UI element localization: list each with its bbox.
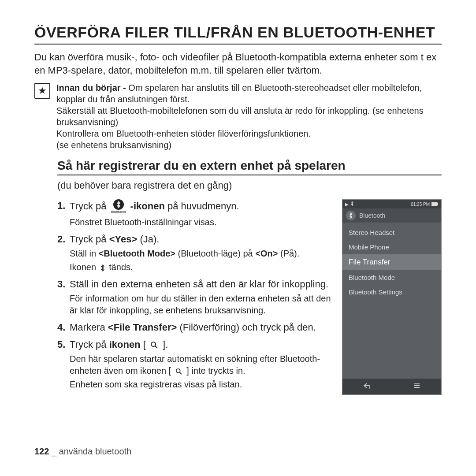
step-1: 1. Tryck på Bluetooth -ikonen på huvudme… bbox=[57, 199, 334, 228]
magnifier-icon-small bbox=[175, 368, 182, 375]
note-line3: Kontrollera om Bluetooth-enheten stöder … bbox=[56, 129, 311, 138]
step1-bold: -ikonen bbox=[130, 201, 165, 212]
svg-point-2 bbox=[176, 368, 180, 372]
step1-post: på huvudmenyn. bbox=[165, 201, 239, 212]
step4-post: (Filöverföring) och tryck på den. bbox=[177, 322, 316, 333]
step2-sub2-post: tänds. bbox=[109, 262, 133, 272]
star-icon: ★ bbox=[34, 83, 50, 99]
device-menu-item[interactable]: Bluetooth Settings bbox=[342, 285, 441, 299]
svg-line-3 bbox=[180, 372, 182, 374]
page-footer: 122 _ använda bluetooth bbox=[34, 446, 131, 457]
bluetooth-icon-label: Bluetooth bbox=[111, 210, 126, 215]
step-4: 4. Markera <File Transfer> (Filöverförin… bbox=[57, 321, 334, 334]
svg-rect-4 bbox=[431, 202, 437, 206]
magnifier-icon bbox=[150, 341, 158, 349]
step-5: 5. Tryck på ikonen [ ]. Den här spelaren… bbox=[57, 338, 334, 390]
footer-section: använda bluetooth bbox=[59, 446, 132, 456]
steps-list: 1. Tryck på Bluetooth -ikonen på huvudme… bbox=[57, 199, 334, 395]
note-lead-bold: Innan du börjar - bbox=[56, 83, 126, 93]
list-icon[interactable] bbox=[413, 382, 420, 391]
intro-text: Du kan överföra musik-, foto- och videof… bbox=[34, 51, 442, 77]
step2-bold: <Yes> bbox=[109, 234, 138, 245]
step2-sub-post: (På). bbox=[278, 249, 299, 258]
play-icon: ▶ bbox=[345, 202, 349, 207]
step4-bold: <File Transfer> bbox=[108, 322, 177, 333]
device-crumb-label: Bluetooth bbox=[359, 212, 385, 219]
step2-sub: Ställ in <Bluetooth Mode> (Bluetooth-läg… bbox=[70, 248, 334, 260]
device-statusbar: ▶ 01:25 PM bbox=[342, 200, 441, 208]
step1-sub: Fönstret Bluetooth-inställningar visas. bbox=[70, 216, 334, 228]
device-menu-item[interactable]: Stereo Headset bbox=[342, 225, 441, 240]
step3-sub: För information om hur du ställer in den… bbox=[70, 293, 334, 316]
step5-pre: Tryck på bbox=[70, 339, 109, 350]
svg-line-1 bbox=[155, 346, 157, 348]
device-bottombar bbox=[342, 379, 441, 394]
page-number: 122 bbox=[34, 446, 49, 456]
svg-rect-5 bbox=[437, 203, 438, 205]
step5-sub: Den här spelaren startar automatiskt en … bbox=[70, 353, 334, 377]
step5-bracket-close: ]. bbox=[160, 339, 168, 350]
note-text: Innan du börjar - Om spelaren har anslut… bbox=[56, 82, 442, 151]
back-icon[interactable] bbox=[363, 382, 372, 391]
note-block: ★ Innan du börjar - Om spelaren har ansl… bbox=[34, 82, 442, 151]
device-time: 01:25 PM bbox=[411, 202, 430, 207]
step1-pre: Tryck på bbox=[70, 201, 109, 212]
bluetooth-small-icon bbox=[99, 264, 107, 272]
step5-bracket-open: [ bbox=[141, 339, 149, 350]
step5-sub-post: ] inte tryckts in. bbox=[184, 366, 245, 376]
note-line4: (se enhetens bruksanvisning) bbox=[56, 140, 171, 150]
bluetooth-crumb-icon bbox=[346, 211, 356, 220]
step5-bold: ikonen bbox=[109, 339, 141, 350]
step-3: 3. Ställ in den externa enheten så att d… bbox=[57, 278, 334, 316]
step2-sub2: Ikonen tänds. bbox=[70, 261, 334, 273]
step5-sub2: Enheten som ska registreras visas på lis… bbox=[70, 379, 334, 390]
subintro: (du behöver bara registrera det en gång) bbox=[57, 180, 442, 191]
step2-sub-bold2: <On> bbox=[255, 249, 278, 258]
step4-pre: Markera bbox=[70, 322, 108, 333]
bluetooth-status-icon bbox=[350, 201, 354, 207]
device-crumb: Bluetooth bbox=[342, 208, 441, 223]
step2-post: (Ja). bbox=[137, 234, 159, 245]
battery-icon bbox=[431, 202, 439, 207]
device-menu-item[interactable]: Mobile Phone bbox=[342, 240, 441, 254]
note-line2: Säkerställ att Bluetooth-mobiltelefonen … bbox=[56, 106, 424, 127]
subtitle: Så här registrerar du en extern enhet på… bbox=[57, 159, 442, 175]
step3-text: Ställ in den externa enheten så att den … bbox=[70, 279, 328, 290]
step2-sub-pre: Ställ in bbox=[70, 249, 99, 258]
device-menu-item[interactable]: Bluetooth Mode bbox=[342, 270, 441, 285]
device-screenshot: ▶ 01:25 PM Bluetooth Stereo Headset Mobi… bbox=[342, 199, 442, 395]
device-menu: Stereo Headset Mobile Phone File Transfe… bbox=[342, 223, 441, 379]
step2-sub-bold: <Bluetooth Mode> bbox=[99, 249, 175, 258]
footer-sep: _ bbox=[49, 446, 59, 456]
page-title: ÖVERFÖRA FILER TILL/FRÅN EN BLUETOOTH-EN… bbox=[34, 24, 442, 45]
step-2: 2. Tryck på <Yes> (Ja). Ställ in <Blueto… bbox=[57, 233, 334, 273]
device-menu-item-selected[interactable]: File Transfer bbox=[342, 254, 441, 270]
step2-pre: Tryck på bbox=[70, 234, 109, 245]
svg-point-0 bbox=[151, 342, 156, 346]
step2-sub2-pre: Ikonen bbox=[70, 262, 99, 272]
bluetooth-icon: Bluetooth bbox=[111, 199, 126, 215]
step2-sub-mid: (Bluetooth-läge) på bbox=[175, 249, 255, 258]
